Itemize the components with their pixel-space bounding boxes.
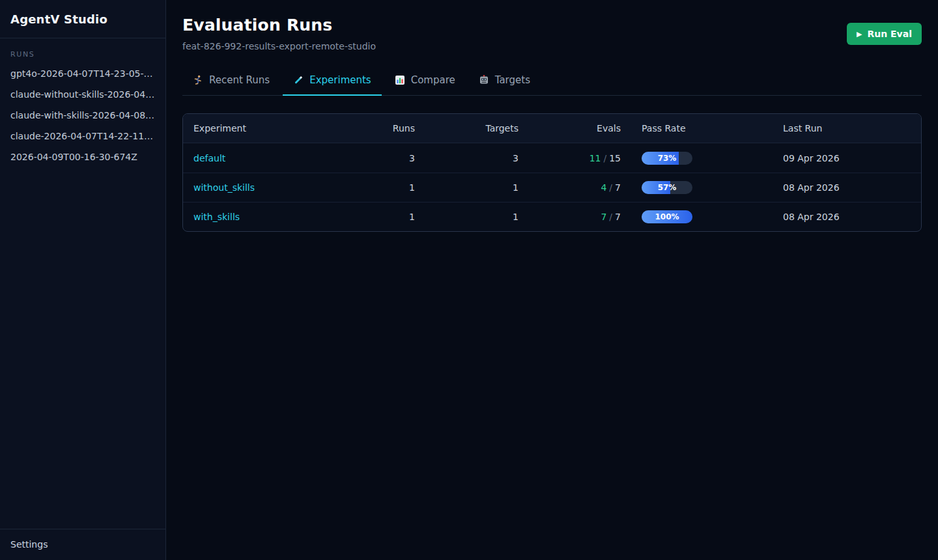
sidebar-spacer [0, 167, 165, 529]
pass-rate-cell: 73% [621, 152, 783, 165]
last-run-cell: 09 Apr 2026 [783, 153, 921, 163]
tab-recent-runs[interactable]: Recent Runs [182, 68, 280, 96]
runs-cell: 3 [333, 153, 415, 163]
runs-section-label: RUNS [10, 50, 155, 59]
experiment-cell: with_skills [183, 212, 333, 222]
tab-experiments[interactable]: Experiments [283, 68, 381, 96]
main-content: Evaluation Runs feat-826-992-results-exp… [166, 0, 938, 560]
last-run-cell: 08 Apr 2026 [783, 182, 921, 193]
pass-rate-label: 57% [642, 181, 692, 194]
tab-targets[interactable]: Targets [468, 68, 541, 96]
table-row: default 3 3 11/15 73% 09 Apr 2026 [183, 143, 921, 173]
experiment-cell: default [183, 153, 333, 163]
robot-icon [479, 75, 489, 85]
experiment-cell: without_skills [183, 182, 333, 193]
experiments-table: Experiment Runs Targets Evals Pass Rate … [182, 113, 922, 232]
evals-total: 15 [609, 153, 621, 163]
targets-cell: 3 [415, 153, 519, 163]
targets-cell: 1 [415, 212, 519, 222]
column-header-last-run: Last Run [783, 123, 921, 133]
page-title: Evaluation Runs [182, 16, 376, 35]
column-header-targets: Targets [415, 123, 519, 133]
evals-separator: / [601, 153, 609, 163]
table-row: without_skills 1 1 4/7 57% 08 Apr 2026 [183, 173, 921, 202]
evals-separator: / [606, 212, 615, 222]
evals-total: 7 [615, 182, 621, 193]
sidebar-run-item[interactable]: gpt4o-2026-04-07T14-23-05-… [0, 63, 165, 84]
runs-cell: 1 [333, 182, 415, 193]
pass-rate-pill: 57% [642, 181, 692, 194]
pass-rate-pill: 73% [642, 152, 692, 165]
runs-list: gpt4o-2026-04-07T14-23-05-… claude-witho… [0, 63, 165, 167]
pass-rate-label: 100% [642, 210, 692, 223]
table-body: default 3 3 11/15 73% 09 Apr 2026 [183, 143, 921, 231]
page-header-text: Evaluation Runs feat-826-992-results-exp… [182, 16, 376, 51]
pass-rate-pill: 100% [642, 210, 692, 223]
sidebar-run-item[interactable]: 2026-04-09T00-16-30-674Z [0, 147, 165, 167]
tab-label: Targets [495, 74, 530, 86]
pass-rate-label: 73% [642, 152, 692, 165]
column-header-runs: Runs [333, 123, 415, 133]
sidebar-run-item[interactable]: claude-2026-04-07T14-22-11… [0, 126, 165, 147]
evals-cell: 7/7 [519, 212, 621, 222]
experiment-link[interactable]: default [193, 153, 225, 163]
test-tube-icon [293, 75, 304, 85]
sidebar-run-item[interactable]: claude-without-skills-2026-04… [0, 84, 165, 105]
tab-compare[interactable]: Compare [384, 68, 466, 96]
evals-passed: 11 [590, 153, 601, 163]
column-header-experiment: Experiment [183, 123, 333, 133]
column-header-pass-rate: Pass Rate [621, 123, 783, 133]
run-eval-label: Run Eval [867, 29, 912, 39]
evals-total: 7 [615, 212, 621, 222]
page-header: Evaluation Runs feat-826-992-results-exp… [182, 0, 922, 51]
sidebar: AgentV Studio RUNS gpt4o-2026-04-07T14-2… [0, 0, 166, 560]
tab-label: Compare [411, 74, 455, 86]
tab-label: Recent Runs [209, 74, 270, 86]
evals-separator: / [606, 182, 615, 193]
last-run-cell: 08 Apr 2026 [783, 212, 921, 222]
sidebar-run-item[interactable]: claude-with-skills-2026-04-08… [0, 105, 165, 126]
app-brand: AgentV Studio [0, 0, 165, 38]
tab-label: Experiments [309, 74, 371, 86]
targets-cell: 1 [415, 182, 519, 193]
run-eval-button[interactable]: ▶ Run Eval [847, 23, 922, 45]
evals-cell: 4/7 [519, 182, 621, 193]
bar-chart-icon [395, 75, 405, 85]
sidebar-item-settings[interactable]: Settings [0, 529, 165, 560]
experiment-link[interactable]: with_skills [193, 212, 240, 222]
runner-icon [193, 75, 203, 85]
table-row: with_skills 1 1 7/7 100% 08 Apr 2026 [183, 202, 921, 231]
play-icon: ▶ [857, 31, 862, 38]
column-header-evals: Evals [519, 123, 621, 133]
table-header-row: Experiment Runs Targets Evals Pass Rate … [183, 114, 921, 143]
page-subtitle: feat-826-992-results-export-remote-studi… [182, 41, 376, 51]
evals-cell: 11/15 [519, 153, 621, 163]
runs-cell: 1 [333, 212, 415, 222]
experiment-link[interactable]: without_skills [193, 182, 255, 193]
pass-rate-cell: 57% [621, 181, 783, 194]
pass-rate-cell: 100% [621, 210, 783, 223]
tab-bar: Recent Runs Experiments [182, 68, 922, 96]
